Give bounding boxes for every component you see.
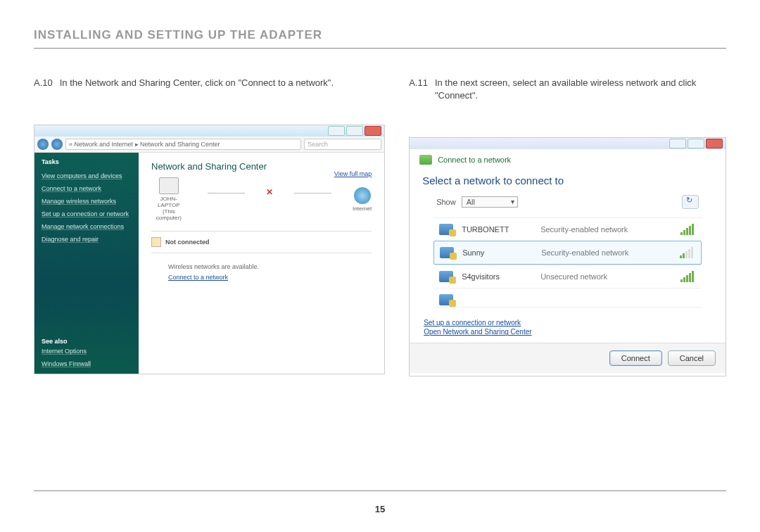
rule-top <box>34 48 726 49</box>
signal-icon <box>680 247 695 258</box>
network-item-icon <box>440 247 454 258</box>
network-security: Security-enabled network <box>541 248 671 257</box>
maximize-button[interactable] <box>688 139 704 148</box>
network-item-icon <box>439 224 453 235</box>
tasks-sidebar: Tasks View computers and devices Connect… <box>34 153 139 374</box>
step-a10: A.10 In the Network and Sharing Center, … <box>34 77 385 89</box>
rule-bottom <box>34 490 726 491</box>
network-name: S4gvisitors <box>462 272 532 281</box>
node-internet: Internet <box>353 187 372 212</box>
network-security: Security-enabled network <box>540 225 672 234</box>
task-link[interactable]: Manage network connections <box>42 223 132 230</box>
address-bar: « Network and Internet ▸ Network and Sha… <box>34 137 384 153</box>
wireless-info: Wireless networks are available. <box>168 263 372 270</box>
bottom-links: Set up a connection or network Open Netw… <box>410 308 726 343</box>
network-icon <box>419 155 432 165</box>
task-link[interactable]: View computers and devices <box>42 172 132 179</box>
column-left: A.10 In the Network and Sharing Center, … <box>34 77 385 376</box>
step-a11: A.11 In the next screen, select an avail… <box>409 77 726 102</box>
disconnected-icon: ✕ <box>266 187 273 197</box>
network-item-icon <box>439 294 453 305</box>
step-text: In the next screen, select an available … <box>435 77 726 102</box>
forward-button[interactable] <box>51 139 63 150</box>
breadcrumb[interactable]: « Network and Internet ▸ Network and Sha… <box>65 139 301 150</box>
signal-icon <box>680 271 696 282</box>
cancel-button[interactable]: Cancel <box>668 350 716 366</box>
status-icon <box>151 237 161 247</box>
minimize-button[interactable] <box>669 139 686 148</box>
see-also-link[interactable]: Internet Options <box>42 348 132 355</box>
network-row-selected[interactable]: Sunny Security-enabled network <box>433 241 702 265</box>
close-button[interactable] <box>706 139 723 148</box>
close-button[interactable] <box>365 126 381 136</box>
section-title: INSTALLING AND SETTING UP THE ADAPTER <box>34 28 726 42</box>
maximize-button[interactable] <box>346 126 363 136</box>
dialog-subtitle: Select a network to connect to <box>410 170 726 194</box>
screenshot-connect-to-network: Connect to a network Select a network to… <box>409 137 726 376</box>
network-item-icon <box>439 271 453 282</box>
signal-icon <box>680 224 696 235</box>
network-name: Sunny <box>462 248 533 257</box>
network-name: TURBONETT <box>462 225 532 234</box>
step-number: A.11 <box>409 77 428 102</box>
setup-connection-link[interactable]: Set up a connection or network <box>424 319 711 327</box>
task-link[interactable]: Set up a connection or network <box>42 210 132 217</box>
task-link[interactable]: Manage wireless networks <box>42 198 132 205</box>
show-label: Show <box>436 198 456 206</box>
column-right: A.11 In the next screen, select an avail… <box>409 77 726 376</box>
node-this-computer: JOHN-LAPTOP (This computer) <box>151 177 186 221</box>
refresh-button[interactable] <box>682 195 699 209</box>
see-also-heading: See also <box>42 338 132 345</box>
window-titlebar <box>410 138 726 149</box>
connection-status: Not connected <box>165 239 210 246</box>
network-list: TURBONETT Security-enabled network Sunny… <box>433 217 702 308</box>
main-pane: Network and Sharing Center View full map… <box>139 153 384 374</box>
connect-to-network-link[interactable]: Connect to a network <box>168 274 228 281</box>
network-security: Unsecured network <box>540 272 672 281</box>
network-row[interactable]: TURBONETT Security-enabled network <box>433 217 702 241</box>
step-text: In the Network and Sharing Center, click… <box>60 77 334 89</box>
minimize-button[interactable] <box>328 126 345 136</box>
dialog-title: Connect to a network <box>438 156 511 164</box>
globe-icon <box>354 187 371 204</box>
tasks-heading: Tasks <box>42 158 132 165</box>
step-number: A.10 <box>34 77 53 89</box>
search-input[interactable]: Search <box>304 139 381 150</box>
show-filter-dropdown[interactable]: All <box>462 196 518 208</box>
computer-icon <box>159 177 179 194</box>
window-titlebar <box>34 125 384 137</box>
open-sharing-center-link[interactable]: Open Network and Sharing Center <box>424 328 711 336</box>
task-link[interactable]: Connect to a network <box>42 185 132 192</box>
network-row-partial[interactable] <box>433 288 702 308</box>
see-also-link[interactable]: Windows Firewall <box>42 360 132 367</box>
task-link[interactable]: Diagnose and repair <box>42 236 132 243</box>
back-button[interactable] <box>37 139 49 150</box>
page-number: 15 <box>0 504 760 514</box>
connect-button[interactable]: Connect <box>609 350 662 366</box>
screenshot-network-sharing-center: « Network and Internet ▸ Network and Sha… <box>34 125 385 374</box>
network-row[interactable]: S4gvisitors Unsecured network <box>433 265 702 288</box>
view-full-map-link[interactable]: View full map <box>334 170 372 177</box>
